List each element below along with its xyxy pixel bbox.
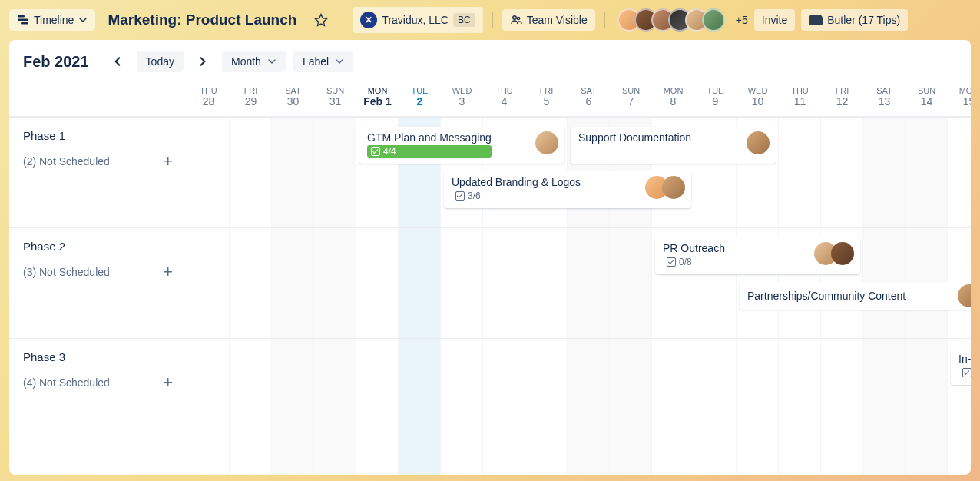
team-icon [510, 14, 522, 26]
chevron-down-icon [335, 57, 344, 66]
dates-area[interactable]: THU28FRI29SAT30SUN31MONFeb 1TUE2WED3THU4… [187, 83, 971, 475]
timeline-card[interactable]: Updated Branding & Logos3/6 [444, 171, 691, 208]
check-icon [962, 368, 971, 377]
date-cell: THU11 [779, 83, 821, 116]
date-cell: WED10 [737, 83, 779, 116]
lane-row[interactable]: GTM Plan and Messaging4/4Support Documen… [187, 117, 971, 227]
board-members[interactable] [617, 8, 725, 32]
avatar[interactable] [831, 242, 854, 265]
timeline-card[interactable]: GTM Plan and Messaging4/4 [359, 127, 564, 164]
date-cell: SAT6 [568, 83, 610, 116]
prev-button[interactable] [106, 50, 129, 73]
butler-button[interactable]: Butler (17 Tips) [801, 9, 908, 31]
lane-row[interactable]: PR Outreach0/8Partnerships/Community Con… [187, 227, 971, 338]
card-members [645, 176, 685, 199]
timeline-card[interactable]: PR Outreach0/8 [655, 237, 860, 274]
card-title: GTM Plan and Messaging [367, 131, 492, 144]
group-label: Label [303, 55, 329, 68]
invite-button[interactable]: Invite [754, 9, 795, 31]
lane-header: Phase 3(4) Not Scheduled+ [9, 338, 187, 449]
chevron-right-icon [197, 56, 208, 67]
view-switcher-label: Timeline [34, 14, 74, 26]
timeline-icon [17, 14, 29, 26]
member-overflow[interactable]: +5 [736, 14, 748, 26]
star-icon [314, 13, 328, 27]
today-button[interactable]: Today [137, 51, 184, 72]
card-title: PR Outreach [663, 242, 725, 254]
svg-rect-2 [21, 22, 28, 25]
butler-label: Butler (17 Tips) [827, 14, 900, 26]
date-cell: SUN31 [314, 83, 356, 116]
card-title: Updated Branding & Logos [452, 176, 581, 188]
date-cell: WED3 [441, 83, 483, 116]
timeline-card[interactable]: Support Documentation [571, 127, 776, 164]
date-cell: SUN14 [906, 83, 948, 116]
scale-label: Month [231, 55, 261, 68]
card-members [747, 131, 770, 154]
date-cell: THU28 [187, 83, 230, 116]
svg-point-3 [512, 16, 515, 19]
org-badge: BC [453, 13, 475, 27]
card-members [814, 242, 854, 265]
checklist-badge: 0/4 [958, 367, 971, 379]
lane-header: Phase 1(2) Not Scheduled+ [9, 117, 187, 227]
next-button[interactable] [191, 50, 214, 73]
avatar[interactable] [702, 8, 725, 32]
avatar[interactable] [535, 131, 558, 154]
invite-label: Invite [762, 14, 787, 26]
not-scheduled-count[interactable]: (4) Not Scheduled [23, 377, 110, 389]
not-scheduled-count[interactable]: (2) Not Scheduled [23, 155, 110, 168]
lane-name: Phase 2 [23, 240, 65, 253]
date-cell: MON15 [948, 83, 971, 116]
org-logo-icon: ✕ [360, 12, 377, 28]
chevron-down-icon [78, 15, 88, 25]
add-card-button[interactable]: + [163, 264, 173, 280]
chevron-down-icon [267, 57, 276, 66]
view-switcher[interactable]: Timeline [9, 9, 95, 31]
avatar[interactable] [747, 131, 770, 154]
card-members [958, 284, 971, 307]
check-icon [667, 257, 676, 267]
date-cell: SAT13 [863, 83, 906, 116]
scale-dropdown[interactable]: Month [222, 51, 286, 72]
visibility-button[interactable]: Team Visible [502, 9, 595, 31]
date-cell: FRI5 [525, 83, 568, 116]
checklist-badge: 0/8 [663, 256, 725, 268]
lane-name: Phase 3 [23, 350, 65, 363]
card-members [535, 131, 558, 154]
date-cell: MON8 [652, 83, 694, 116]
card-title: Partnerships/Community Content [747, 290, 906, 302]
org-button[interactable]: ✕ Travidux, LLC BC [353, 7, 482, 33]
timeline-card[interactable]: In-App Announcement0/4 [951, 348, 971, 385]
checklist-badge: 4/4 [367, 145, 492, 158]
check-icon [455, 191, 465, 201]
timeline-card[interactable]: Partnerships/Community Content [740, 282, 971, 310]
timeline-panel: Feb 2021 Today Month Label Phase 1(2) No… [9, 40, 971, 475]
svg-point-4 [517, 17, 519, 19]
date-cell: SAT30 [272, 83, 314, 116]
lane-row[interactable]: In-App Announcement0/4Upload Tutorial Vi… [187, 338, 971, 449]
add-card-button[interactable]: + [163, 374, 173, 391]
not-scheduled-count[interactable]: (3) Not Scheduled [23, 266, 110, 278]
board-title[interactable]: Marketing: Product Launch [101, 8, 303, 32]
date-cell: TUE9 [694, 83, 737, 116]
svg-rect-0 [18, 15, 25, 18]
visibility-label: Team Visible [527, 14, 588, 26]
checklist-badge: 3/6 [452, 190, 581, 202]
group-dropdown[interactable]: Label [293, 51, 353, 72]
lanes-column: Phase 1(2) Not Scheduled+Phase 2(3) Not … [9, 83, 187, 475]
add-card-button[interactable]: + [163, 153, 173, 170]
lane-name: Phase 1 [23, 129, 65, 142]
svg-rect-1 [18, 19, 28, 22]
date-cell: FRI29 [230, 83, 272, 116]
card-title: In-App Announcement [958, 353, 971, 365]
butler-icon [809, 15, 823, 25]
star-button[interactable] [309, 8, 333, 32]
lane-header: Phase 2(3) Not Scheduled+ [9, 227, 187, 338]
date-header: THU28FRI29SAT30SUN31MONFeb 1TUE2WED3THU4… [187, 83, 971, 117]
card-title: Support Documentation [578, 131, 691, 144]
date-cell: FRI12 [821, 83, 863, 116]
date-cell: TUE2 [399, 83, 441, 116]
avatar[interactable] [958, 284, 971, 307]
avatar[interactable] [662, 176, 685, 199]
